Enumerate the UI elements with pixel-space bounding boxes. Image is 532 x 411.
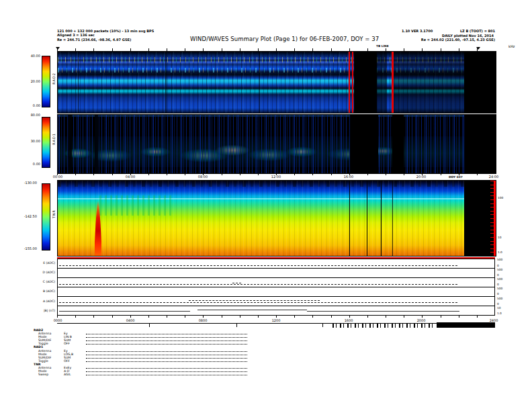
strip-d xyxy=(58,268,494,277)
strip-scale: 10 xyxy=(497,307,511,310)
availability-tick xyxy=(236,324,237,327)
rad2-gap-line xyxy=(259,52,260,113)
time-tick-label: 08:00 xyxy=(194,175,212,179)
strip-label-bmag: |B| (nT) xyxy=(30,309,55,312)
time-tick-label: 00:00 xyxy=(49,175,66,179)
bottom-tick-label: 0000 xyxy=(49,318,66,322)
bottom-axis-ticks xyxy=(57,316,495,318)
footer-value: OFF xyxy=(64,342,84,345)
page-title: WIND/WAVES Summary Plot (Page 1) for 06-… xyxy=(190,36,379,42)
rad1-gap-line xyxy=(68,115,72,173)
strip-scale: 500 xyxy=(497,269,511,272)
strip-label-b: B (ADC) xyxy=(30,289,55,293)
dotted-leader xyxy=(86,344,247,345)
rad2-red-marker-line xyxy=(392,52,394,113)
strip-a-trace xyxy=(189,300,320,301)
footer-value: OFF xyxy=(64,359,84,363)
strip-b xyxy=(58,287,494,296)
rad2-data-gap xyxy=(354,52,377,113)
doy-label: DOY 037 xyxy=(449,175,463,179)
strip-a xyxy=(58,296,494,306)
tnr-gap-line xyxy=(349,181,350,256)
rad1-data-gap xyxy=(350,115,378,173)
strip-bmag-trace xyxy=(197,310,307,310)
strip-e-trace xyxy=(59,265,457,266)
strip-scale: 1.0 xyxy=(497,312,511,316)
rad2-gap-line xyxy=(165,52,167,113)
rad2-data-gap xyxy=(377,52,387,113)
strip-scale: 500 xyxy=(497,287,511,291)
header-position-end: Re = 244.02 (221.60, -97.15, 4.23 GSE) xyxy=(361,38,495,42)
availability-tick-cluster xyxy=(332,324,433,328)
footer-key: Sweep xyxy=(38,373,64,376)
tnr-right-tick-label: 100 xyxy=(498,197,511,200)
tb-line-label: TB LINE xyxy=(376,44,389,48)
rad2-colorbar-tick-mid: 20.00 xyxy=(20,79,40,83)
tnr-spectrogram xyxy=(57,180,496,257)
strip-bmag xyxy=(58,306,494,315)
strip-scale: 500 xyxy=(497,278,511,281)
strip-c-trace xyxy=(232,283,241,283)
time-tick-label: 16:00 xyxy=(340,175,357,179)
availability-solid-block xyxy=(437,322,495,328)
rad1-colorbar-tick-top: 80.00 xyxy=(20,113,40,117)
tnr-colorbar-tick-bottom: -155.00 xyxy=(17,246,37,250)
tnr-right-axis-line xyxy=(494,181,496,256)
header-lz-count: LZ B (TOOT) = 801 xyxy=(361,29,495,33)
rad2-gap-line xyxy=(78,52,79,113)
rad2-colorbar xyxy=(42,56,50,107)
strip-label-a: A (ADC) xyxy=(30,300,55,303)
rad2-dim-region xyxy=(394,52,464,113)
rad1-colorbar-tick-bottom: 0.00 xyxy=(20,162,40,166)
strip-bmag-trace xyxy=(307,311,460,312)
footer-key: Toggle xyxy=(38,359,64,363)
bottom-tick-label: 1600 xyxy=(340,318,357,322)
rad2-red-marker-line xyxy=(352,52,353,113)
dotted-leader xyxy=(86,361,247,362)
bottom-tick-label: 1200 xyxy=(267,318,285,322)
frequency-unit-label: kHz xyxy=(508,44,515,48)
strip-scale: 500 xyxy=(497,298,511,301)
tnr-texture xyxy=(58,181,464,256)
dotted-leader xyxy=(86,337,247,338)
tnr-gap-line xyxy=(392,181,393,256)
strip-bmag-trace xyxy=(59,311,190,312)
dotted-leader xyxy=(86,340,247,341)
strip-label-c: C (ADC) xyxy=(30,280,55,283)
waves-summary-plot: 121 000 + 132 000 packets (10%) - 13 min… xyxy=(0,0,532,411)
rad1-spectrogram xyxy=(57,114,496,174)
time-tick-label: 12:00 xyxy=(267,175,285,179)
footer-legend: RAD2 AntennaEy ModeLIN B SUM/DIFSUM Togg… xyxy=(34,328,247,376)
tnr-colorbar-tick-top: -130.00 xyxy=(17,181,37,185)
rad1-panel-label: RAD1 xyxy=(52,133,56,145)
footer-value: AGIL xyxy=(64,373,84,376)
strip-scale: 0 xyxy=(497,293,511,296)
bottom-tick-label: 2000 xyxy=(412,318,430,322)
dotted-leader xyxy=(86,334,247,334)
rad1-colorbar xyxy=(42,117,50,168)
rad1-data-gap xyxy=(392,115,404,173)
tnr-colorbar-tick-mid: -142.50 xyxy=(17,214,37,218)
tnr-colorbar xyxy=(42,183,50,250)
tnr-green-streaks xyxy=(99,195,173,216)
rad1-gap-line xyxy=(95,115,98,173)
time-tick-label: 20:00 xyxy=(412,175,430,179)
rad2-colorbar-tick-bottom: 0.00 xyxy=(20,103,40,107)
strip-scale: 0 xyxy=(497,283,511,287)
dotted-leader xyxy=(86,368,247,369)
strip-scale: 0 xyxy=(497,303,511,306)
rad2-red-marker-line xyxy=(349,52,350,113)
time-tick-label: 04:00 xyxy=(122,175,139,179)
bottom-tick-label: 0800 xyxy=(194,318,212,322)
strip-c-trace xyxy=(59,284,457,285)
tnr-gap-line xyxy=(381,181,382,256)
tnr-panel-label: TNR xyxy=(52,210,56,218)
strip-a-trace xyxy=(59,302,457,303)
dotted-leader xyxy=(86,355,247,355)
tnr-gap-line xyxy=(367,181,367,256)
availability-tick xyxy=(149,324,150,327)
rad1-no-data-region xyxy=(464,115,496,173)
tnr-right-tick-label: 1.0 xyxy=(498,251,511,255)
dotted-leader xyxy=(86,358,247,359)
strip-charts xyxy=(57,259,495,316)
